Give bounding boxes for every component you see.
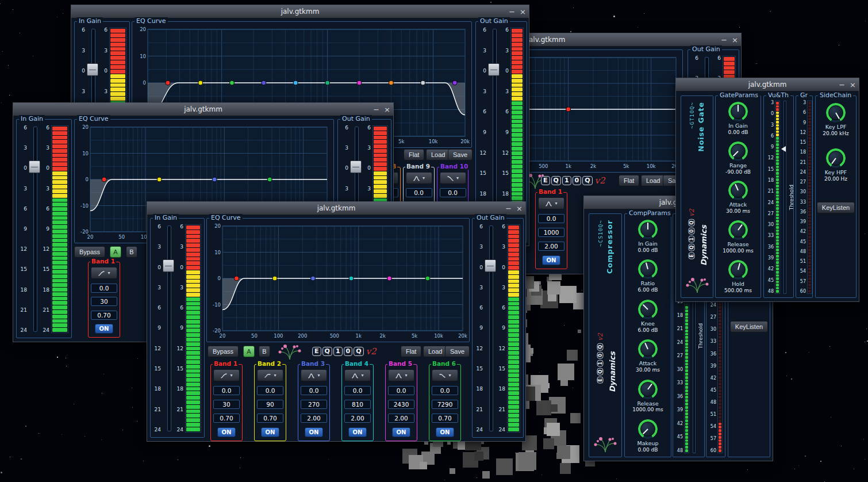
band-gain-value[interactable]: 0.0 (406, 188, 432, 197)
knob-dial[interactable] (728, 260, 748, 280)
minimize-button[interactable]: − (509, 8, 515, 16)
knob-dial[interactable] (638, 339, 658, 359)
filter-type-dropdown[interactable]: ▾ (432, 369, 458, 381)
minimize-button[interactable]: − (505, 205, 512, 212)
bypass-button[interactable]: Bypass (74, 246, 105, 258)
in-gain-fader[interactable] (29, 125, 40, 333)
band-freq-value[interactable]: 7290 (432, 400, 458, 409)
titlebar[interactable]: jalv.gtkmm − × (13, 103, 393, 116)
band-gain-value[interactable]: 0.0 (91, 284, 117, 293)
band-on-button[interactable]: ON (95, 324, 113, 334)
minimize-button[interactable]: − (721, 36, 727, 44)
ab-compare-a-button[interactable]: A (243, 346, 255, 357)
eq-band-dot[interactable] (229, 81, 234, 85)
eq-band-dot[interactable] (157, 177, 162, 182)
eq-band-dot[interactable] (425, 276, 430, 281)
fader-grip[interactable] (485, 259, 496, 272)
band-q-value[interactable]: 2.00 (344, 414, 371, 423)
in-gain-fader[interactable] (163, 224, 174, 433)
band-on-button[interactable]: ON (436, 427, 454, 437)
filter-type-dropdown[interactable]: ▾ (406, 172, 432, 184)
load-button[interactable]: Load (641, 175, 665, 186)
eq-band-dot[interactable] (387, 276, 391, 281)
eq-band-dot[interactable] (566, 107, 571, 112)
knob-dial[interactable] (638, 380, 658, 399)
close-button[interactable]: × (520, 8, 526, 16)
eq-band-dot[interactable] (357, 81, 362, 85)
close-button[interactable]: × (384, 106, 390, 113)
band-on-button[interactable]: ON (542, 255, 560, 265)
close-button[interactable]: × (850, 81, 856, 89)
filter-type-dropdown[interactable]: ▾ (91, 267, 117, 279)
band-q-value[interactable]: 0.70 (213, 414, 240, 423)
band-gain-value[interactable]: 0.0 (257, 386, 283, 395)
knob-dial[interactable] (826, 148, 846, 168)
knob-dial[interactable] (638, 220, 658, 239)
knob-dial[interactable] (638, 419, 658, 439)
band-freq-value[interactable]: 1000 (538, 228, 564, 237)
eq-band-dot[interactable] (235, 276, 239, 281)
band-gain-value[interactable]: 0.0 (440, 188, 466, 197)
knob-dial[interactable] (638, 259, 658, 279)
band-freq-value[interactable]: 30 (91, 297, 117, 306)
knob-dial[interactable] (728, 220, 748, 240)
knob-dial[interactable] (826, 103, 846, 123)
flat-button[interactable]: Flat (619, 175, 639, 186)
eq-band-dot[interactable] (262, 81, 266, 85)
eq-band-dot[interactable] (452, 81, 457, 85)
fader-grip[interactable] (87, 63, 98, 76)
ab-compare-b-button[interactable]: B (126, 246, 137, 258)
filter-type-dropdown[interactable]: ▾ (213, 369, 240, 381)
fader-grip[interactable] (29, 160, 40, 173)
fader-grip[interactable] (488, 63, 500, 76)
band-freq-value[interactable]: 2430 (388, 400, 414, 409)
titlebar[interactable]: jalv.gtkmm − × (147, 202, 525, 215)
band-freq-value[interactable]: 30 (213, 400, 240, 409)
eq-band-dot[interactable] (310, 276, 315, 281)
threshold-marker[interactable] (781, 146, 786, 152)
threshold-slider[interactable] (781, 101, 788, 294)
eq-band-dot[interactable] (212, 177, 217, 182)
out-gain-fader[interactable] (485, 224, 496, 433)
load-button[interactable]: Load (426, 149, 450, 160)
eq-band-dot[interactable] (272, 276, 277, 281)
band-on-button[interactable]: ON (348, 427, 367, 437)
band-gain-value[interactable]: 0.0 (344, 386, 371, 395)
band-on-button[interactable]: ON (261, 427, 279, 437)
load-button[interactable]: Load (423, 346, 447, 357)
band-q-value[interactable]: 2.00 (388, 414, 414, 423)
bypass-button[interactable]: Bypass (208, 346, 239, 357)
fader-grip[interactable] (163, 259, 174, 272)
knob-dial[interactable] (728, 181, 748, 200)
minimize-button[interactable]: − (839, 81, 845, 89)
eq-band-dot[interactable] (349, 276, 354, 281)
band-freq-value[interactable]: 270 (301, 400, 327, 409)
knob-dial[interactable] (638, 300, 658, 319)
knob-dial[interactable] (728, 141, 748, 161)
eq-band-dot[interactable] (102, 177, 106, 182)
eq-band-dot[interactable] (166, 81, 170, 85)
band-on-button[interactable]: ON (305, 427, 323, 437)
ab-compare-b-button[interactable]: B (259, 346, 270, 357)
band-q-value[interactable]: 2.00 (538, 242, 564, 251)
knob-dial[interactable] (728, 102, 748, 121)
flat-button[interactable]: Flat (401, 346, 421, 357)
filter-type-dropdown[interactable]: ▾ (440, 172, 466, 184)
filter-type-dropdown[interactable]: ▾ (344, 369, 371, 381)
filter-type-dropdown[interactable]: ▾ (538, 197, 564, 209)
filter-type-dropdown[interactable]: ▾ (257, 369, 283, 381)
band-gain-value[interactable]: 0.0 (213, 386, 240, 395)
eq-curve-plot[interactable]: 20100-10-2020501002005001k2k5k10k20k (209, 222, 467, 339)
eq-band-dot[interactable] (198, 81, 203, 85)
band-freq-value[interactable]: 810 (344, 400, 371, 409)
fader-grip[interactable] (350, 160, 362, 173)
band-on-button[interactable]: ON (217, 427, 236, 437)
filter-type-dropdown[interactable]: ▾ (388, 369, 414, 381)
eq-band-dot[interactable] (421, 81, 425, 85)
minimize-button[interactable]: − (373, 106, 379, 113)
eq-band-dot[interactable] (389, 81, 393, 85)
band-q-value[interactable]: 0.70 (91, 311, 117, 320)
keylisten-button[interactable]: KeyListen (730, 321, 768, 332)
band-q-value[interactable]: 0.70 (257, 414, 283, 423)
band-gain-value[interactable]: 0.0 (301, 386, 327, 395)
